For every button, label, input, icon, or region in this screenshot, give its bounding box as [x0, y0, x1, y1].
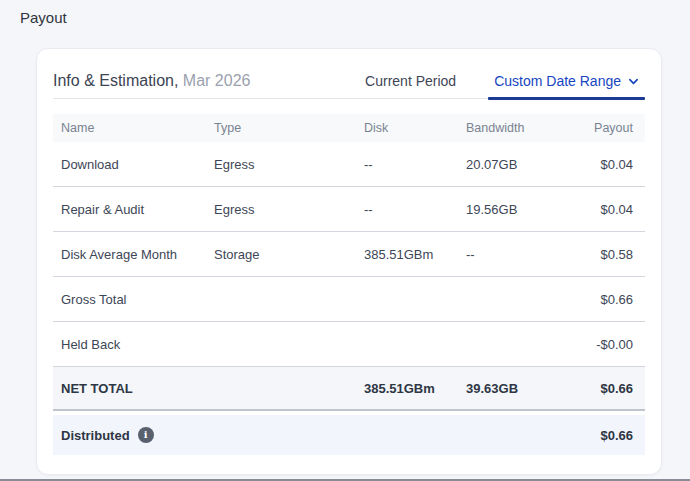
cell-bandwidth: 19.56GB	[466, 202, 571, 217]
col-header-name: Name	[61, 121, 214, 135]
cell-name: Gross Total	[61, 292, 214, 307]
table-row: Gross Total $0.66	[53, 277, 645, 322]
cell-name: Download	[61, 157, 214, 172]
cell-bandwidth: --	[466, 247, 571, 262]
table-row: Repair & Audit Egress -- 19.56GB $0.04	[53, 187, 645, 232]
cell-type: Egress	[214, 202, 364, 217]
cell-type: Storage	[214, 247, 364, 262]
cell-name: Held Back	[61, 337, 214, 352]
cell-name: NET TOTAL	[61, 381, 214, 396]
cell-name: Repair & Audit	[61, 202, 214, 217]
tab-current-period-label: Current Period	[365, 73, 456, 89]
table-row: Disk Average Month Storage 385.51GBm -- …	[53, 232, 645, 277]
col-header-payout: Payout	[571, 121, 633, 135]
cell-payout: $0.66	[571, 428, 633, 443]
table-row: Held Back -$0.00	[53, 322, 645, 367]
cell-payout: $0.04	[571, 202, 633, 217]
cell-name: Disk Average Month	[61, 247, 214, 262]
cell-disk: --	[364, 202, 466, 217]
panel-title-period: Mar 2026	[183, 72, 251, 89]
payout-table: Name Type Disk Bandwidth Payout Download…	[53, 114, 645, 455]
page-title: Payout	[20, 9, 67, 26]
cell-payout: $0.66	[571, 381, 633, 396]
payout-estimation-card: Info & Estimation, Mar 2026 Current Peri…	[36, 48, 662, 475]
tab-current-period[interactable]: Current Period	[359, 63, 462, 98]
panel-title-label: Info & Estimation,	[53, 72, 178, 89]
col-header-bandwidth: Bandwidth	[466, 121, 571, 135]
tab-custom-date-range[interactable]: Custom Date Range	[488, 63, 645, 98]
cell-bandwidth: 20.07GB	[466, 157, 571, 172]
cell-type: Egress	[214, 157, 364, 172]
cell-disk: 385.51GBm	[364, 381, 466, 396]
cell-payout: $0.66	[571, 292, 633, 307]
table-row: Download Egress -- 20.07GB $0.04	[53, 142, 645, 187]
cell-name: Distributed i	[61, 427, 571, 443]
cell-payout: -$0.00	[571, 337, 633, 352]
cell-payout: $0.58	[571, 247, 633, 262]
col-header-disk: Disk	[364, 121, 466, 135]
panel-title: Info & Estimation, Mar 2026	[53, 72, 250, 90]
col-header-type: Type	[214, 121, 364, 135]
net-total-row: NET TOTAL 385.51GBm 39.63GB $0.66	[53, 367, 645, 411]
cell-disk: --	[364, 157, 466, 172]
panel-header: Info & Estimation, Mar 2026 Current Peri…	[53, 49, 645, 99]
cell-payout: $0.04	[571, 157, 633, 172]
table-header-row: Name Type Disk Bandwidth Payout	[53, 114, 645, 142]
period-tabs: Current Period Custom Date Range	[333, 63, 645, 98]
distributed-label: Distributed	[61, 428, 130, 443]
cell-bandwidth: 39.63GB	[466, 381, 571, 396]
distributed-row: Distributed i $0.66	[53, 415, 645, 455]
info-icon[interactable]: i	[138, 427, 154, 443]
chevron-down-icon	[628, 76, 639, 87]
tab-custom-date-range-label: Custom Date Range	[494, 73, 621, 89]
cell-disk: 385.51GBm	[364, 247, 466, 262]
